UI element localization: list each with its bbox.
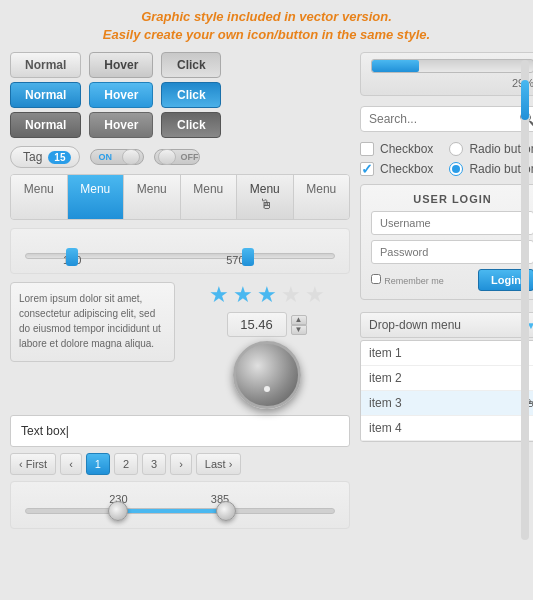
dropdown-item-2[interactable]: item 2 xyxy=(361,366,533,391)
menu-tab-3[interactable]: Menu xyxy=(124,175,181,219)
lower-section-row: Lorem ipsum dolor sit amet, consectetur … xyxy=(10,282,350,409)
knob[interactable] xyxy=(233,341,301,409)
btn-normal-blue[interactable]: Normal xyxy=(10,82,81,108)
menu-tab-6[interactable]: Menu xyxy=(294,175,350,219)
checkbox-label-2: Checkbox xyxy=(380,162,433,176)
progress-label: 29% xyxy=(371,77,533,89)
login-title: USER LOGIN xyxy=(371,193,533,205)
textbox-value: Text box| xyxy=(21,424,69,438)
star-2[interactable]: ★ xyxy=(233,282,253,308)
page-next-btn[interactable]: › xyxy=(170,453,192,475)
password-input[interactable] xyxy=(371,240,533,264)
page-3-btn[interactable]: 3 xyxy=(142,453,166,475)
tag-pill[interactable]: Tag 15 xyxy=(10,146,80,168)
toggle-thumb-on xyxy=(122,149,140,165)
progress-section: 29% xyxy=(360,52,533,96)
btn-hover-gray[interactable]: Hover xyxy=(89,52,153,78)
dropdown-item-1[interactable]: item 1 xyxy=(361,341,533,366)
main-content: Normal Hover Click Normal Hover Click No… xyxy=(0,48,533,533)
page-first-btn[interactable]: ‹ First xyxy=(10,453,56,475)
toggle-on-label: ON xyxy=(98,152,112,162)
slider-track[interactable]: 120 570 xyxy=(25,253,335,259)
chevron-left-icon: ‹ xyxy=(19,458,23,470)
toggle-off[interactable]: OFF xyxy=(154,149,200,165)
range-thumb2[interactable] xyxy=(216,501,236,521)
star-4[interactable]: ★ xyxy=(281,282,301,308)
btn-click-dark[interactable]: Click xyxy=(161,112,221,138)
vertical-scrollbar[interactable] xyxy=(521,60,529,540)
search-input[interactable] xyxy=(369,112,519,126)
checkbox-item-2[interactable]: ✓ Checkbox xyxy=(360,162,433,176)
stepper-section: 15.46 ▲ ▼ xyxy=(227,312,307,337)
dropdown-item-4[interactable]: item 4 xyxy=(361,416,533,441)
textarea-section[interactable]: Lorem ipsum dolor sit amet, consectetur … xyxy=(10,282,175,362)
star-5[interactable]: ★ xyxy=(305,282,325,308)
page-prev-btn[interactable]: ‹ xyxy=(60,453,82,475)
dropdown-section: Drop-down menu ▼ item 1 item 2 item 3 🖱 … xyxy=(360,312,533,442)
btn-click-gray[interactable]: Click xyxy=(161,52,221,78)
checkbox-item-1[interactable]: Checkbox xyxy=(360,142,433,156)
menu-tabs: Menu Menu Menu Menu Menu 🖱 Menu xyxy=(10,174,350,220)
btn-hover-blue[interactable]: Hover xyxy=(89,82,153,108)
stepper-input[interactable]: 15.46 xyxy=(227,312,287,337)
remember-checkbox[interactable] xyxy=(371,274,381,284)
remember-label[interactable]: Remember me xyxy=(371,273,444,287)
checkbox-label-1: Checkbox xyxy=(380,142,433,156)
btn-row-gray: Normal Hover Click xyxy=(10,52,350,78)
slider-section: 120 570 xyxy=(10,228,350,274)
page-last-btn[interactable]: Last › xyxy=(196,453,242,475)
checkbox-radio-section: Checkbox ✓ Checkbox Radio button xyxy=(360,142,533,176)
search-box: 🔍 xyxy=(360,106,533,132)
header-line1: Graphic style included in vector version… xyxy=(10,8,523,26)
knob-dot xyxy=(264,386,270,392)
textarea-text: Lorem ipsum dolor sit amet, consectetur … xyxy=(19,293,161,349)
range-thumb1[interactable] xyxy=(108,501,128,521)
scrollbar-thumb[interactable] xyxy=(521,80,529,120)
checkbox-1[interactable] xyxy=(360,142,374,156)
star-3[interactable]: ★ xyxy=(257,282,277,308)
dropdown-label: Drop-down menu xyxy=(369,318,461,332)
toggle-thumb-off xyxy=(158,149,176,165)
range-track[interactable]: 230 385 xyxy=(25,508,335,514)
checkbox-group: Checkbox ✓ Checkbox xyxy=(360,142,433,176)
menu-tab-4[interactable]: Menu xyxy=(181,175,238,219)
stepper-arrows: ▲ ▼ xyxy=(291,315,307,335)
header-line2: Easily create your own icon/button in th… xyxy=(10,26,523,44)
right-col: ★ ★ ★ ★ ★ 15.46 ▲ ▼ xyxy=(183,282,350,409)
checkmark-icon: ✓ xyxy=(361,162,373,176)
header-section: Graphic style included in vector version… xyxy=(0,0,533,48)
radio-1[interactable] xyxy=(449,142,463,156)
menu-tab-1[interactable]: Menu xyxy=(11,175,68,219)
page-2-btn[interactable]: 2 xyxy=(114,453,138,475)
btn-hover-dark[interactable]: Hover xyxy=(89,112,153,138)
page-1-btn[interactable]: 1 xyxy=(86,453,110,475)
checkbox-2[interactable]: ✓ xyxy=(360,162,374,176)
stepper-up[interactable]: ▲ xyxy=(291,315,307,325)
btn-normal-dark[interactable]: Normal xyxy=(10,112,81,138)
tag-label: Tag xyxy=(23,150,42,164)
dropdown-list: item 1 item 2 item 3 🖱 item 4 xyxy=(360,340,533,442)
dropdown-item-3[interactable]: item 3 🖱 xyxy=(361,391,533,416)
rating-stars: ★ ★ ★ ★ ★ xyxy=(209,282,325,308)
progress-fill xyxy=(372,60,419,72)
toggle-on[interactable]: ON xyxy=(90,149,144,165)
radio-2[interactable] xyxy=(449,162,463,176)
dropdown-header[interactable]: Drop-down menu ▼ xyxy=(360,312,533,338)
chevron-right-icon: › xyxy=(229,458,233,470)
textbox[interactable]: Text box| xyxy=(10,415,350,447)
tag-toggle-section: Tag 15 ON OFF xyxy=(10,146,350,168)
bottom-slider: 230 385 xyxy=(10,481,350,529)
slider-thumb2[interactable] xyxy=(242,248,254,266)
slider-thumb1[interactable] xyxy=(66,248,78,266)
btn-row-blue: Normal Hover Click xyxy=(10,82,350,108)
btn-click-blue[interactable]: Click xyxy=(161,82,221,108)
login-footer: Remember me Login xyxy=(371,269,533,291)
pagination: ‹ First ‹ 1 2 3 › Last › xyxy=(10,453,350,475)
textbox-row: Text box| xyxy=(10,415,350,447)
menu-tab-2[interactable]: Menu xyxy=(68,175,125,219)
star-1[interactable]: ★ xyxy=(209,282,229,308)
username-input[interactable] xyxy=(371,211,533,235)
menu-tab-5[interactable]: Menu 🖱 xyxy=(237,175,294,219)
stepper-down[interactable]: ▼ xyxy=(291,325,307,335)
btn-normal-gray[interactable]: Normal xyxy=(10,52,81,78)
